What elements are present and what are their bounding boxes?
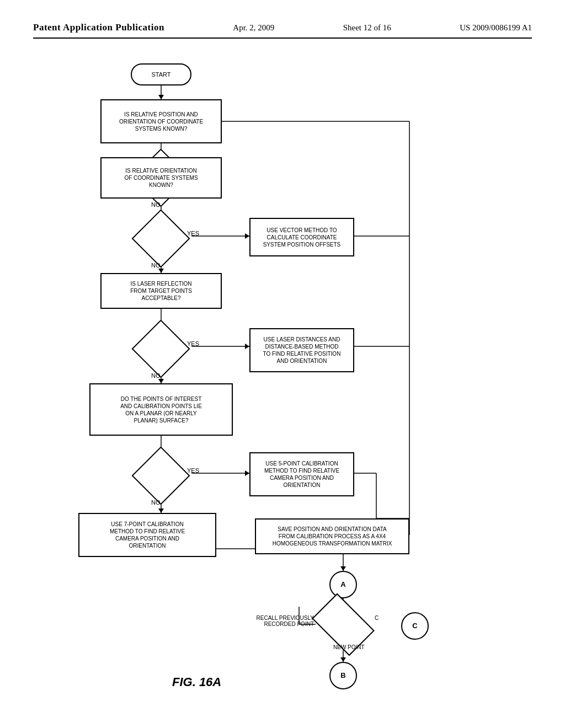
flowchart-lines <box>45 55 520 695</box>
7point-box: USE 7-POINT CALIBRATION METHOD TO FIND R… <box>78 513 216 557</box>
q3-diamond-wrapper: YES NO <box>140 328 182 370</box>
svg-marker-28 <box>158 508 164 513</box>
q3-box: IS LASER REFLECTION FROM TARGET POINTS A… <box>100 273 222 309</box>
yes3-label: YES <box>187 340 199 347</box>
flowchart: START IS RELATIVE POSITION AND ORIENTATI… <box>45 55 520 695</box>
recall-label: RECALL PREVIOUSLY RECORDED POINT <box>256 615 314 627</box>
q2-diamond-wrapper: YES NO <box>140 218 182 259</box>
circle-c: C <box>401 612 429 640</box>
q3-diamond <box>131 319 190 378</box>
svg-marker-23 <box>245 470 249 476</box>
circle-a: A <box>329 571 357 598</box>
no2-label: NO <box>151 262 161 269</box>
publication-date: Apr. 2, 2009 <box>233 23 274 33</box>
vector-box: USE VECTOR METHOD TO CALCULATE COORDINAT… <box>249 218 354 256</box>
q4-box: DO THE POINTS OF INTEREST AND CALIBRATIO… <box>89 383 233 436</box>
save-box: SAVE POSITION AND ORIENTATION DATA FROM … <box>255 518 409 554</box>
q4-diamond-wrapper: YES NO <box>140 455 182 496</box>
svg-marker-19 <box>158 379 164 383</box>
svg-marker-16 <box>245 344 249 349</box>
patent-number: US 2009/0086199 A1 <box>460 23 532 33</box>
no4-label: NO <box>151 499 161 506</box>
svg-marker-38 <box>340 657 346 662</box>
svg-marker-9 <box>245 233 249 239</box>
q4-diamond <box>131 446 190 505</box>
page: Patent Application Publication Apr. 2, 2… <box>0 0 565 728</box>
fig-label: FIG. 16A <box>172 675 221 689</box>
circle-b: B <box>329 662 357 689</box>
start-node: START <box>131 63 191 85</box>
q2-diamond <box>131 209 190 267</box>
page-header: Patent Application Publication Apr. 2, 2… <box>33 22 532 39</box>
5point-box: USE 5-POINT CALIBRATION METHOD TO FIND R… <box>249 452 354 496</box>
recall-diamond-wrapper: RECALL PREVIOUSLY RECORDED POINT C NEW P… <box>317 607 370 643</box>
svg-marker-32 <box>340 566 346 571</box>
sheet-number: Sheet 12 of 16 <box>343 23 391 33</box>
q1-box: IS RELATIVE POSITION AND ORIENTATION OF … <box>100 99 222 143</box>
svg-marker-12 <box>158 269 164 273</box>
patent-publication-title: Patent Application Publication <box>33 22 164 33</box>
q2-box: IS RELATIVE ORIENTATION OF COORDINATE SY… <box>100 157 222 199</box>
laser-box: USE LASER DISTANCES AND DISTANCE-BASED M… <box>249 328 354 372</box>
no3-label: NO <box>151 372 161 379</box>
yes4-label: YES <box>187 467 199 474</box>
newpoint-label: NEW POINT <box>333 644 365 650</box>
yes2-label: YES <box>187 230 199 237</box>
svg-marker-1 <box>158 95 164 99</box>
no1-label: NO <box>151 201 161 208</box>
